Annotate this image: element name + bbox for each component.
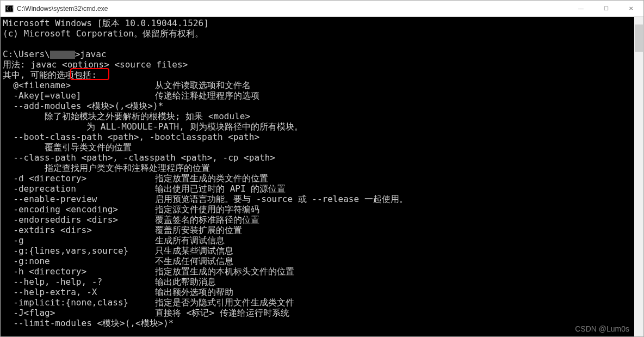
- header-line: (c) Microsoft Corporation。保留所有权利。: [3, 28, 632, 39]
- blank-line: [3, 39, 632, 49]
- prompt-line: C:\Users\>javac: [3, 49, 632, 59]
- watermark: CSDN @Lum0s: [575, 324, 629, 333]
- option-desc-line: 为 ALL-MODULE-PATH, 则为模块路径中的所有模块。: [3, 121, 632, 132]
- window-title: C:\Windows\system32\cmd.exe: [17, 5, 568, 13]
- command-text: javac: [80, 49, 106, 59]
- option-line: -g生成所有调试信息: [3, 235, 632, 246]
- option-line: --class-path <path>, -classpath <path>, …: [3, 152, 632, 163]
- option-desc-line: 指定查找用户类文件和注释处理程序的位置: [3, 163, 632, 173]
- scrollbar-thumb[interactable]: [635, 24, 643, 52]
- option-line: @<filename>从文件读取选项和文件名: [3, 80, 632, 90]
- close-button[interactable]: ✕: [618, 1, 643, 17]
- option-line: --boot-class-path <path>, -bootclasspath…: [3, 132, 632, 142]
- header-line: Microsoft Windows [版本 10.0.19044.1526]: [3, 18, 632, 28]
- window-controls: — ☐ ✕: [568, 1, 643, 17]
- option-line: -J<flag>直接将 <标记> 传递给运行时系统: [3, 308, 632, 318]
- option-line: --help, -help, -?输出此帮助消息: [3, 277, 632, 287]
- option-line: --add-modules <模块>(,<模块>)*: [3, 101, 632, 111]
- option-line: -encoding <encoding>指定源文件使用的字符编码: [3, 204, 632, 215]
- terminal-area: Microsoft Windows [版本 10.0.19044.1526](c…: [1, 17, 643, 336]
- option-line: --help-extra, -X输出额外选项的帮助: [3, 287, 632, 297]
- option-line: -Akey[=value]传递给注释处理程序的选项: [3, 90, 632, 101]
- option-line: --limit-modules <模块>(,<模块>)*: [3, 318, 632, 328]
- option-line: -extdirs <dirs>覆盖所安装扩展的位置: [3, 225, 632, 235]
- svg-text:C:\: C:\: [7, 7, 14, 11]
- option-line: --enable-preview启用预览语言功能。要与 -source 或 --…: [3, 194, 632, 204]
- option-line: -implicit:{none,class}指定是否为隐式引用文件生成类文件: [3, 297, 632, 308]
- options-intro: 其中, 可能的选项包括:: [3, 70, 632, 80]
- option-desc-line: 覆盖引导类文件的位置: [3, 142, 632, 152]
- username-redacted: [50, 51, 75, 59]
- titlebar[interactable]: C:\ C:\Windows\system32\cmd.exe — ☐ ✕: [1, 1, 643, 17]
- maximize-button[interactable]: ☐: [593, 1, 618, 17]
- terminal-output[interactable]: Microsoft Windows [版本 10.0.19044.1526](c…: [1, 17, 634, 336]
- command-prompt-window: C:\ C:\Windows\system32\cmd.exe — ☐ ✕ Mi…: [0, 0, 644, 337]
- usage-line: 用法: javac <options> <source files>: [3, 59, 632, 70]
- option-line: -g:none不生成任何调试信息: [3, 256, 632, 266]
- vertical-scrollbar[interactable]: [634, 17, 643, 336]
- minimize-button[interactable]: —: [568, 1, 593, 17]
- option-line: -g:{lines,vars,source}只生成某些调试信息: [3, 246, 632, 256]
- option-line: -endorseddirs <dirs>覆盖签名的标准路径的位置: [3, 215, 632, 225]
- option-line: -d <directory>指定放置生成的类文件的位置: [3, 173, 632, 183]
- cmd-icon: C:\: [5, 4, 14, 13]
- option-line: -deprecation输出使用已过时的 API 的源位置: [3, 183, 632, 194]
- option-line: -h <directory>指定放置生成的本机标头文件的位置: [3, 266, 632, 277]
- option-desc-line: 除了初始模块之外要解析的根模块; 如果 <module>: [3, 111, 632, 121]
